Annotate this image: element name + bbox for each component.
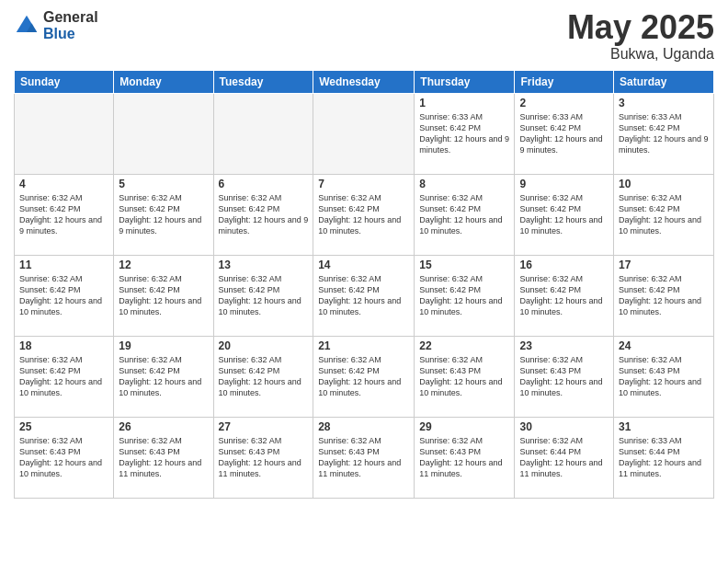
day-number: 21	[318, 339, 409, 352]
calendar-cell	[213, 93, 313, 174]
day-info: Sunrise: 6:32 AM Sunset: 6:42 PM Dayligh…	[318, 273, 409, 318]
day-info: Sunrise: 6:32 AM Sunset: 6:43 PM Dayligh…	[19, 435, 108, 480]
day-number: 25	[19, 420, 108, 433]
day-info: Sunrise: 6:33 AM Sunset: 6:42 PM Dayligh…	[619, 111, 709, 156]
header: General Blue May 2025 Bukwa, Uganda	[14, 9, 714, 63]
day-info: Sunrise: 6:32 AM Sunset: 6:42 PM Dayligh…	[19, 354, 108, 399]
weekday-header-row: SundayMondayTuesdayWednesdayThursdayFrid…	[15, 70, 714, 93]
day-info: Sunrise: 6:32 AM Sunset: 6:42 PM Dayligh…	[19, 273, 108, 318]
day-number: 7	[318, 178, 409, 190]
calendar-cell: 9Sunrise: 6:32 AM Sunset: 6:42 PM Daylig…	[515, 174, 614, 255]
day-info: Sunrise: 6:32 AM Sunset: 6:43 PM Dayligh…	[119, 435, 208, 480]
day-number: 2	[519, 97, 609, 109]
calendar-cell: 13Sunrise: 6:32 AM Sunset: 6:42 PM Dayli…	[213, 255, 313, 336]
day-info: Sunrise: 6:32 AM Sunset: 6:42 PM Dayligh…	[519, 273, 609, 318]
logo: General Blue	[14, 9, 98, 41]
logo-text: General Blue	[43, 9, 98, 41]
logo-icon	[14, 13, 40, 39]
day-info: Sunrise: 6:32 AM Sunset: 6:43 PM Dayligh…	[619, 354, 709, 399]
day-number: 24	[619, 339, 709, 352]
logo-general: General	[43, 9, 98, 26]
day-number: 22	[419, 339, 509, 352]
weekday-header: Friday	[515, 70, 614, 93]
calendar-cell: 10Sunrise: 6:32 AM Sunset: 6:42 PM Dayli…	[614, 174, 714, 255]
day-info: Sunrise: 6:32 AM Sunset: 6:42 PM Dayligh…	[519, 192, 609, 237]
calendar-cell: 28Sunrise: 6:32 AM Sunset: 6:43 PM Dayli…	[313, 417, 415, 498]
day-info: Sunrise: 6:32 AM Sunset: 6:42 PM Dayligh…	[119, 273, 208, 318]
day-info: Sunrise: 6:32 AM Sunset: 6:42 PM Dayligh…	[219, 354, 309, 399]
calendar-cell: 17Sunrise: 6:32 AM Sunset: 6:42 PM Dayli…	[614, 255, 714, 336]
day-number: 15	[419, 259, 509, 271]
day-number: 11	[19, 259, 108, 271]
weekday-header: Tuesday	[213, 70, 313, 93]
calendar-cell: 3Sunrise: 6:33 AM Sunset: 6:42 PM Daylig…	[614, 93, 714, 174]
calendar-cell: 6Sunrise: 6:32 AM Sunset: 6:42 PM Daylig…	[213, 174, 313, 255]
day-info: Sunrise: 6:32 AM Sunset: 6:42 PM Dayligh…	[119, 354, 208, 399]
day-info: Sunrise: 6:32 AM Sunset: 6:43 PM Dayligh…	[318, 435, 409, 480]
calendar-cell: 5Sunrise: 6:32 AM Sunset: 6:42 PM Daylig…	[114, 174, 213, 255]
day-number: 8	[419, 178, 509, 190]
day-info: Sunrise: 6:32 AM Sunset: 6:43 PM Dayligh…	[419, 354, 509, 399]
weekday-header: Wednesday	[313, 70, 415, 93]
calendar-cell: 27Sunrise: 6:32 AM Sunset: 6:43 PM Dayli…	[213, 417, 313, 498]
calendar-cell: 26Sunrise: 6:32 AM Sunset: 6:43 PM Dayli…	[114, 417, 213, 498]
calendar-cell: 12Sunrise: 6:32 AM Sunset: 6:42 PM Dayli…	[114, 255, 213, 336]
day-info: Sunrise: 6:32 AM Sunset: 6:42 PM Dayligh…	[219, 273, 309, 318]
day-number: 17	[619, 259, 709, 271]
day-number: 12	[119, 259, 208, 271]
calendar-cell	[313, 93, 415, 174]
day-info: Sunrise: 6:32 AM Sunset: 6:42 PM Dayligh…	[619, 192, 709, 237]
weekday-header: Sunday	[15, 70, 114, 93]
calendar-week-row: 25Sunrise: 6:32 AM Sunset: 6:43 PM Dayli…	[15, 417, 714, 498]
weekday-header: Monday	[114, 70, 213, 93]
day-number: 30	[519, 420, 609, 433]
day-number: 13	[219, 259, 309, 271]
day-info: Sunrise: 6:33 AM Sunset: 6:44 PM Dayligh…	[619, 435, 709, 480]
calendar-cell: 19Sunrise: 6:32 AM Sunset: 6:42 PM Dayli…	[114, 336, 213, 417]
day-info: Sunrise: 6:32 AM Sunset: 6:43 PM Dayligh…	[219, 435, 309, 480]
day-number: 26	[119, 420, 208, 433]
day-info: Sunrise: 6:32 AM Sunset: 6:43 PM Dayligh…	[519, 354, 609, 399]
location: Bukwa, Uganda	[567, 46, 714, 63]
calendar-cell	[114, 93, 213, 174]
calendar-cell: 22Sunrise: 6:32 AM Sunset: 6:43 PM Dayli…	[415, 336, 515, 417]
day-number: 31	[619, 420, 709, 433]
calendar: SundayMondayTuesdayWednesdayThursdayFrid…	[14, 70, 714, 499]
calendar-cell: 23Sunrise: 6:32 AM Sunset: 6:43 PM Dayli…	[515, 336, 614, 417]
day-number: 3	[619, 97, 709, 109]
day-number: 27	[219, 420, 309, 433]
calendar-cell: 11Sunrise: 6:32 AM Sunset: 6:42 PM Dayli…	[15, 255, 114, 336]
day-number: 10	[619, 178, 709, 190]
day-info: Sunrise: 6:33 AM Sunset: 6:42 PM Dayligh…	[419, 111, 509, 156]
day-number: 9	[519, 178, 609, 190]
calendar-cell: 4Sunrise: 6:32 AM Sunset: 6:42 PM Daylig…	[15, 174, 114, 255]
calendar-cell: 21Sunrise: 6:32 AM Sunset: 6:42 PM Dayli…	[313, 336, 415, 417]
day-number: 18	[19, 339, 108, 352]
page: General Blue May 2025 Bukwa, Uganda Sund…	[0, 0, 728, 563]
month-title: May 2025	[567, 9, 714, 46]
day-info: Sunrise: 6:32 AM Sunset: 6:43 PM Dayligh…	[419, 435, 509, 480]
day-number: 23	[519, 339, 609, 352]
calendar-cell: 15Sunrise: 6:32 AM Sunset: 6:42 PM Dayli…	[415, 255, 515, 336]
day-number: 20	[219, 339, 309, 352]
day-info: Sunrise: 6:32 AM Sunset: 6:42 PM Dayligh…	[119, 192, 208, 237]
calendar-cell: 8Sunrise: 6:32 AM Sunset: 6:42 PM Daylig…	[415, 174, 515, 255]
calendar-cell: 1Sunrise: 6:33 AM Sunset: 6:42 PM Daylig…	[415, 93, 515, 174]
day-info: Sunrise: 6:33 AM Sunset: 6:42 PM Dayligh…	[519, 111, 609, 156]
day-number: 28	[318, 420, 409, 433]
day-number: 4	[19, 178, 108, 190]
day-number: 5	[119, 178, 208, 190]
calendar-week-row: 11Sunrise: 6:32 AM Sunset: 6:42 PM Dayli…	[15, 255, 714, 336]
weekday-header: Saturday	[614, 70, 714, 93]
calendar-cell: 2Sunrise: 6:33 AM Sunset: 6:42 PM Daylig…	[515, 93, 614, 174]
day-info: Sunrise: 6:32 AM Sunset: 6:42 PM Dayligh…	[419, 192, 509, 237]
calendar-week-row: 4Sunrise: 6:32 AM Sunset: 6:42 PM Daylig…	[15, 174, 714, 255]
title-block: May 2025 Bukwa, Uganda	[567, 9, 714, 63]
day-info: Sunrise: 6:32 AM Sunset: 6:42 PM Dayligh…	[419, 273, 509, 318]
day-info: Sunrise: 6:32 AM Sunset: 6:42 PM Dayligh…	[318, 354, 409, 399]
day-number: 19	[119, 339, 208, 352]
day-info: Sunrise: 6:32 AM Sunset: 6:42 PM Dayligh…	[619, 273, 709, 318]
day-info: Sunrise: 6:32 AM Sunset: 6:42 PM Dayligh…	[318, 192, 409, 237]
calendar-cell: 29Sunrise: 6:32 AM Sunset: 6:43 PM Dayli…	[415, 417, 515, 498]
day-number: 14	[318, 259, 409, 271]
